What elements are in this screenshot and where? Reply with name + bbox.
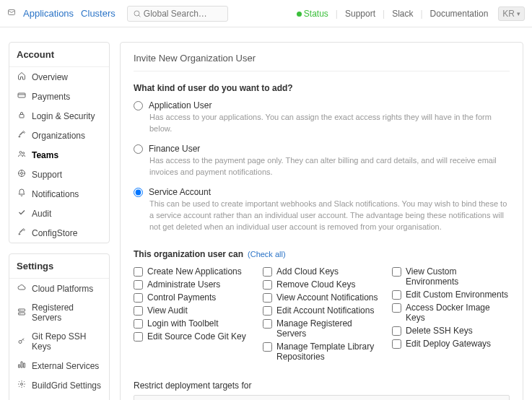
avatar-initials: KR [502,9,515,19]
perm-checkbox-view-account-notifications[interactable] [263,293,272,303]
user-type-question: What kind of user do you want to add? [134,83,510,93]
organizations-icon [17,130,26,141]
radio-label-application-user: Application User [149,100,212,110]
perm-manage-template-library-repositories[interactable]: Manage Template Library Repositories [263,342,380,362]
svg-point-13 [20,383,22,386]
perm-delete-ssh-keys[interactable]: Delete SSH Keys [392,326,510,336]
perm-checkbox-view-audit[interactable] [134,306,143,316]
svg-rect-2 [18,93,25,97]
sidebar-item-payments[interactable]: Payments [9,87,109,106]
sidebar-item-external-services[interactable]: External Services [9,356,109,375]
sidebar-item-label: Notifications [32,189,79,199]
perm-checkbox-control-payments[interactable] [134,293,143,303]
perm-checkbox-login-with-toolbelt[interactable] [134,319,143,329]
sidebar-item-label: Login & Security [32,111,95,121]
perm-label: View Custom Environments [406,266,510,287]
sidebar-item-label: Support [32,170,62,180]
sidebar-item-label: Teams [32,150,58,160]
perm-login-with-toolbelt[interactable]: Login with Toolbelt [134,318,251,329]
account-panel: Account OverviewPaymentsLogin & Security… [9,42,110,243]
perm-checkbox-remove-cloud-keys[interactable] [263,280,272,290]
perm-label: Add Cloud Keys [276,266,339,277]
buildgrid-settings-icon [17,380,26,391]
perm-control-payments[interactable]: Control Payments [134,292,251,303]
documentation-link[interactable]: Documentation [426,9,493,19]
perm-checkbox-access-docker-image-keys[interactable] [392,303,401,313]
sidebar-item-audit[interactable]: Audit [9,204,109,223]
perm-create-new-applications[interactable]: Create New Applications [134,266,251,277]
sidebar-item-label: Git Repo SSH Keys [32,331,102,352]
perm-checkbox-add-cloud-keys[interactable] [263,267,272,277]
sidebar-item-overview[interactable]: Overview [9,67,109,87]
restrict-label: Restrict deployment targets for [134,381,510,391]
perm-checkbox-manage-registered-servers[interactable] [263,319,272,329]
restrict-input[interactable] [134,395,510,400]
sidebar-item-access-tokens[interactable]: Access Tokens [9,395,109,400]
sidebar-item-git-repo-ssh-keys[interactable]: Git Repo SSH Keys [9,327,109,356]
perm-checkbox-edit-deploy-gateways[interactable] [392,339,401,349]
perm-label: Control Payments [147,292,216,303]
perm-edit-deploy-gateways[interactable]: Edit Deploy Gateways [392,339,510,349]
perm-access-docker-image-keys[interactable]: Access Docker Image Keys [392,303,510,323]
slack-link[interactable]: Slack [388,9,417,19]
svg-point-10 [19,310,20,310]
sidebar-item-label: Overview [32,72,68,82]
sidebar-item-support[interactable]: Support [9,165,109,184]
perm-view-account-notifications[interactable]: View Account Notifications [263,292,380,303]
perm-edit-custom-environments[interactable]: Edit Custom Environments [392,290,510,300]
perm-checkbox-edit-account-notifications[interactable] [263,306,272,316]
perm-edit-source-code-git-key[interactable]: Edit Source Code Git Key [134,331,251,342]
perm-label: View Account Notifications [276,292,378,303]
nav-clusters[interactable]: Clusters [81,8,115,19]
perm-label: Edit Deploy Gateways [406,339,491,349]
cloud-platforms-icon [17,283,26,294]
search-input[interactable] [127,6,228,22]
status-link[interactable]: Status [292,9,333,19]
sidebar-item-registered-servers[interactable]: Registered Servers [9,298,109,327]
mail-icon[interactable] [7,8,16,19]
perm-label: Login with Toolbelt [147,318,219,329]
perm-label: Administrate Users [147,279,220,290]
radio-finance-user[interactable] [134,144,143,154]
perm-checkbox-create-new-applications[interactable] [134,267,143,277]
svg-rect-3 [19,115,24,118]
perm-checkbox-view-custom-environments[interactable] [392,267,401,277]
sidebar-item-organizations[interactable]: Organizations [9,126,109,145]
perm-view-custom-environments[interactable]: View Custom Environments [392,266,510,287]
perm-checkbox-administrate-users[interactable] [134,280,143,290]
sidebar-item-buildgrid-settings[interactable]: BuildGrid Settings [9,375,109,395]
perm-label: Manage Registered Servers [276,318,380,339]
sidebar-item-login-security[interactable]: Login & Security [9,106,109,126]
perm-checkbox-edit-custom-environments[interactable] [392,290,401,300]
sidebar-item-cloud-platforms[interactable]: Cloud Platforms [9,279,109,298]
sidebar-item-label: Payments [32,92,70,102]
perm-checkbox-edit-source-code-git-key[interactable] [134,332,143,342]
perm-add-cloud-keys[interactable]: Add Cloud Keys [263,266,380,277]
overview-icon [17,71,26,82]
support-link[interactable]: Support [341,9,380,19]
perm-manage-registered-servers[interactable]: Manage Registered Servers [263,318,380,339]
perm-view-audit[interactable]: View Audit [134,305,251,316]
sidebar-item-teams[interactable]: Teams [9,145,109,165]
sidebar-item-label: Organizations [32,131,85,141]
radio-label-service-account: Service Account [149,187,211,197]
sidebar-item-configstore[interactable]: ConfigStore [9,223,109,243]
page-title: Invite New Organization User [134,53,510,71]
support-icon [17,169,26,180]
check-all-link[interactable]: (Check all) [248,250,286,258]
global-search[interactable] [127,6,228,22]
svg-point-4 [19,152,22,154]
radio-application-user[interactable] [134,101,143,110]
nav-applications[interactable]: Applications [23,8,74,19]
sidebar-item-notifications[interactable]: Notifications [9,184,109,204]
perm-checkbox-delete-ssh-keys[interactable] [392,326,401,336]
radio-service-account[interactable] [134,188,143,197]
perm-administrate-users[interactable]: Administrate Users [134,279,251,290]
login-security-icon [17,110,26,121]
sidebar-item-label: ConfigStore [32,228,77,238]
perm-checkbox-manage-template-library-repositories[interactable] [263,342,272,352]
perm-remove-cloud-keys[interactable]: Remove Cloud Keys [263,279,380,290]
radio-desc-finance-user: Has access to the payment page only. The… [149,155,510,178]
user-menu[interactable]: KR ▾ [498,6,525,21]
perm-edit-account-notifications[interactable]: Edit Account Notifications [263,305,380,316]
